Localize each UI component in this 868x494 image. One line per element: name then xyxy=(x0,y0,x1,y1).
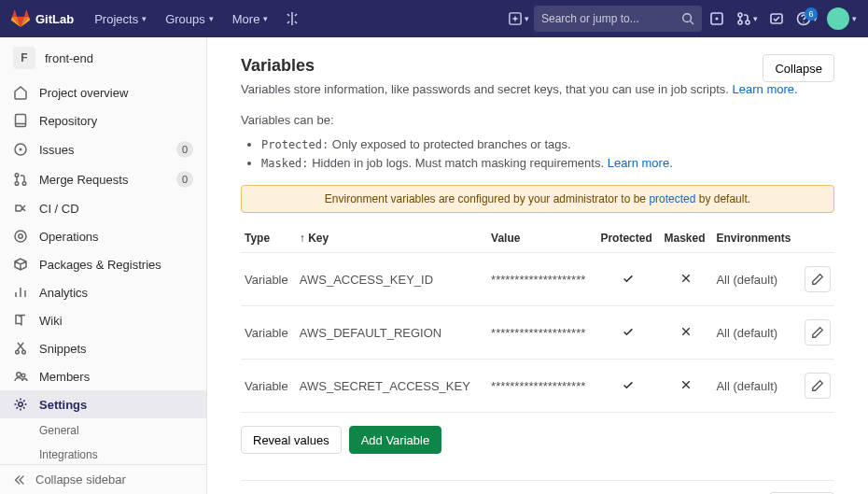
cell-value: ******************** xyxy=(487,306,596,360)
learn-more-link[interactable]: Learn more. xyxy=(608,156,673,170)
collapse-button[interactable]: Collapse xyxy=(763,54,834,82)
sidebar-item-label: CI / CD xyxy=(39,202,79,216)
mr-icon xyxy=(13,172,28,187)
x-icon xyxy=(680,326,692,337)
svg-point-1 xyxy=(683,14,692,22)
cicd-icon xyxy=(13,201,28,216)
admin-alert: Environment variables are configured by … xyxy=(241,185,834,213)
analytics-icon xyxy=(13,285,28,300)
sidebar-item-project-overview[interactable]: Project overview xyxy=(0,78,206,106)
cell-env: All (default) xyxy=(712,306,801,360)
shortcuts-icon[interactable] xyxy=(277,0,307,37)
search-input[interactable] xyxy=(541,12,681,25)
svg-point-4 xyxy=(738,13,742,17)
cell-protected xyxy=(596,253,660,306)
sidebar-item-label: Repository xyxy=(39,114,97,128)
cell-key: AWS_DEFAULT_REGION xyxy=(296,306,487,360)
gitlab-logo[interactable]: GitLab xyxy=(11,9,74,28)
project-name: front-end xyxy=(45,51,93,65)
variables-can-be-label: Variables can be: xyxy=(241,112,834,130)
sidebar-item-wiki[interactable]: Wiki xyxy=(0,306,206,334)
cell-key: AWS_SECRET_ACCESS_KEY xyxy=(296,360,487,413)
global-search[interactable] xyxy=(534,6,702,32)
nav-more[interactable]: More▾ xyxy=(223,0,278,37)
cell-env: All (default) xyxy=(712,360,801,413)
sidebar-item-operations[interactable]: Operations xyxy=(0,222,206,250)
sidebar-item-label: Wiki xyxy=(39,314,63,328)
collapse-sidebar-label: Collapse sidebar xyxy=(35,473,126,487)
protected-link[interactable]: protected xyxy=(649,192,695,205)
cell-masked xyxy=(660,306,712,360)
section-variables: Collapse Variables Variables store infor… xyxy=(241,52,834,471)
svg-point-6 xyxy=(746,21,749,24)
variables-table: Type ↑ Key Value Protected Masked Enviro… xyxy=(241,224,834,413)
project-header[interactable]: F front-end xyxy=(0,37,206,78)
col-value: Value xyxy=(487,224,596,253)
section-description: Variables store information, like passwo… xyxy=(241,81,834,99)
svg-point-14 xyxy=(15,182,19,186)
sidebar-sub-item-general[interactable]: General xyxy=(0,418,206,443)
sidebar-item-label: Settings xyxy=(39,398,87,412)
sidebar-item-issues[interactable]: Issues0 xyxy=(0,134,206,164)
members-icon xyxy=(13,369,28,384)
svg-point-19 xyxy=(22,350,26,354)
brand-label: GitLab xyxy=(35,12,74,26)
svg-point-21 xyxy=(21,374,25,377)
sidebar-item-settings[interactable]: Settings xyxy=(0,390,206,418)
section-title: Variables xyxy=(241,56,834,76)
add-variable-button[interactable]: Add Variable xyxy=(349,426,441,454)
pencil-icon xyxy=(811,326,824,339)
collapse-sidebar-button[interactable]: Collapse sidebar xyxy=(0,464,206,494)
edit-variable-button[interactable] xyxy=(805,319,831,346)
reveal-values-button[interactable]: Reveal values xyxy=(241,426,342,454)
sidebar-item-repository[interactable]: Repository xyxy=(0,106,206,134)
sidebar-item-label: Members xyxy=(39,370,90,384)
table-row: VariableAWS_DEFAULT_REGION**************… xyxy=(241,306,834,360)
svg-point-13 xyxy=(15,174,19,177)
check-icon xyxy=(622,325,635,338)
chevron-down-icon: ▾ xyxy=(852,14,857,23)
chevron-down-icon: ▾ xyxy=(263,14,268,23)
svg-point-9 xyxy=(803,21,804,22)
svg-point-18 xyxy=(16,350,20,354)
nav-projects[interactable]: Projects▾ xyxy=(85,0,156,37)
sidebar-item-label: Project overview xyxy=(39,86,128,100)
col-masked: Masked xyxy=(660,224,712,253)
nav-groups[interactable]: Groups▾ xyxy=(156,0,223,37)
user-avatar[interactable] xyxy=(827,7,849,30)
sidebar-item-ci-cd[interactable]: CI / CD xyxy=(0,194,206,222)
project-sidebar: F front-end Project overviewRepositoryIs… xyxy=(0,37,207,494)
todos-icon[interactable] xyxy=(762,0,791,37)
check-icon xyxy=(622,272,635,285)
main-content: Collapse Variables Variables store infor… xyxy=(207,37,868,494)
help-icon[interactable]: 6 ▾ xyxy=(791,0,821,37)
sidebar-item-label: Operations xyxy=(39,230,99,244)
sidebar-item-merge-requests[interactable]: Merge Requests0 xyxy=(0,164,206,194)
new-menu-button[interactable]: ▾ xyxy=(504,0,534,37)
issues-shortcut-icon[interactable] xyxy=(702,0,732,37)
merge-requests-shortcut-icon[interactable]: ▾ xyxy=(732,0,762,37)
sidebar-item-members[interactable]: Members xyxy=(0,362,206,390)
sidebar-item-packages-registries[interactable]: Packages & Registries xyxy=(0,250,206,278)
cell-masked xyxy=(660,360,712,413)
chevron-down-icon: ▾ xyxy=(142,14,147,23)
edit-variable-button[interactable] xyxy=(805,266,831,292)
variable-type-list: Protected: Only exposed to protected bra… xyxy=(241,135,834,175)
cell-value: ******************** xyxy=(487,253,596,306)
tanuki-icon xyxy=(11,9,30,28)
svg-point-20 xyxy=(17,373,21,377)
svg-rect-10 xyxy=(16,115,26,127)
top-navbar: GitLab Projects▾ Groups▾ More▾ ▾ ▾ 6 ▾ ▾ xyxy=(0,0,868,37)
settings-icon xyxy=(13,397,28,412)
count-badge: 0 xyxy=(176,171,193,188)
sidebar-item-snippets[interactable]: Snippets xyxy=(0,334,206,362)
svg-point-16 xyxy=(15,231,26,242)
cell-protected xyxy=(596,360,660,413)
col-key: ↑ Key xyxy=(296,224,487,253)
sidebar-item-analytics[interactable]: Analytics xyxy=(0,278,206,306)
snippets-icon xyxy=(13,341,28,356)
edit-variable-button[interactable] xyxy=(805,373,831,399)
ops-icon xyxy=(13,229,28,244)
sidebar-item-label: Packages & Registries xyxy=(39,258,161,272)
learn-more-link[interactable]: Learn more. xyxy=(733,82,798,96)
